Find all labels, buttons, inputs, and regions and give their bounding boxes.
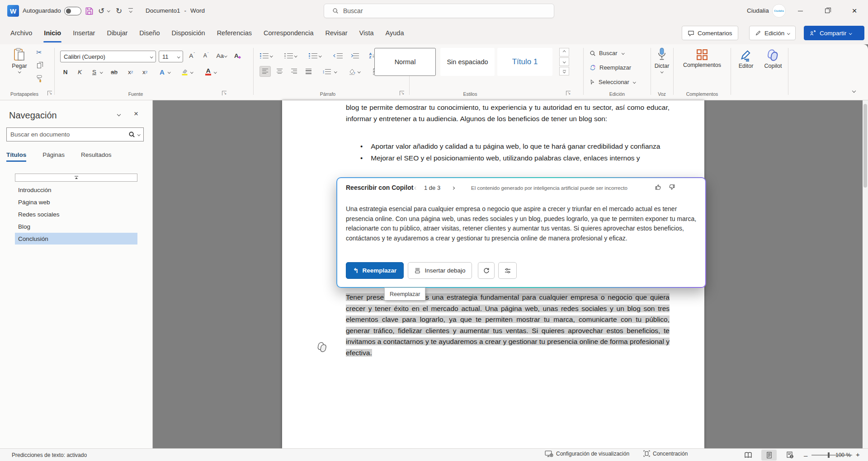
nav-collapse-all[interactable] <box>15 174 137 182</box>
selected-paragraph[interactable]: Tener presencia online es una estrategia… <box>346 292 670 359</box>
nav-search-input[interactable] <box>10 131 128 138</box>
nav-pane-close-icon[interactable]: × <box>134 109 138 118</box>
line-spacing-button[interactable]: ↕ <box>321 66 332 77</box>
regenerate-button[interactable] <box>478 262 495 279</box>
shading-dropdown-icon[interactable] <box>358 70 360 73</box>
styles-dialog-launcher[interactable]: ↘ <box>566 91 571 95</box>
paste-button[interactable]: Pegar <box>7 48 32 73</box>
undo-button[interactable]: ↺ <box>95 5 107 17</box>
tab-insertar[interactable]: Insertar <box>67 22 101 44</box>
style-normal[interactable]: Normal <box>374 48 436 76</box>
tab-vista[interactable]: Vista <box>354 22 380 44</box>
replace-action-button[interactable]: ↰ Reemplazar <box>346 262 404 279</box>
search-bar[interactable] <box>324 4 554 18</box>
align-right-button[interactable] <box>288 66 300 77</box>
font-color-button[interactable]: A <box>203 66 214 77</box>
line-spacing-dropdown-icon[interactable] <box>334 70 337 73</box>
zoom-out-button[interactable]: – <box>804 452 807 459</box>
text-effects-dropdown-icon[interactable] <box>168 71 170 73</box>
editor-button[interactable]: Editor <box>736 49 756 69</box>
clear-formatting-button[interactable]: A◆ <box>232 50 243 61</box>
font-name-select[interactable]: Calibri (Cuerpo) <box>60 51 156 62</box>
format-painter-button[interactable] <box>33 73 45 84</box>
paragraph-dialog-launcher[interactable]: ↘ <box>400 91 404 95</box>
decrease-indent-button[interactable] <box>333 50 344 61</box>
thumbs-up-button[interactable] <box>655 183 662 191</box>
print-layout-button[interactable] <box>761 450 777 461</box>
nav-item-conclusion[interactable]: Conclusión <box>15 233 137 245</box>
zoom-slider-handle[interactable] <box>828 452 830 458</box>
style-titulo-1[interactable]: Título 1 <box>497 48 552 76</box>
bullet-list-dropdown-icon[interactable] <box>270 54 273 57</box>
close-button[interactable]: × <box>844 0 865 22</box>
collapse-ribbon-icon[interactable] <box>852 89 856 93</box>
copilot-button[interactable]: Copilot <box>761 49 785 69</box>
tab-archivo[interactable]: Archivo <box>5 22 38 44</box>
nav-item-redes-sociales[interactable]: Redes sociales <box>15 208 137 220</box>
numbered-list-dropdown-icon[interactable] <box>294 54 297 57</box>
cut-button[interactable]: ✂ <box>33 47 45 58</box>
tab-inicio[interactable]: Inicio <box>38 22 67 44</box>
align-center-button[interactable] <box>274 66 285 77</box>
focus-mode-button[interactable]: Concentración <box>643 450 688 457</box>
style-sin-espaciado[interactable]: Sin espaciado <box>440 48 495 76</box>
change-case-button[interactable]: Aa <box>214 50 229 61</box>
multilevel-list-button[interactable] <box>307 50 319 61</box>
paste-dropdown-icon[interactable] <box>18 70 21 73</box>
italic-button[interactable]: K <box>74 66 85 77</box>
font-size-select[interactable]: 11 <box>159 51 183 62</box>
search-input[interactable] <box>343 7 533 14</box>
bullet-item[interactable]: Mejorar el SEO y el posicionamiento web,… <box>360 153 670 164</box>
addins-button[interactable]: Complementos <box>678 49 726 68</box>
nav-search-dropdown-icon[interactable] <box>137 133 140 136</box>
minimize-button[interactable] <box>790 0 811 22</box>
shading-button[interactable] <box>346 66 358 77</box>
font-color-dropdown-icon[interactable] <box>214 71 217 73</box>
copy-button[interactable] <box>33 60 45 71</box>
bold-button[interactable]: N <box>60 66 71 77</box>
tab-dibujar[interactable]: Dibujar <box>101 22 133 44</box>
clipboard-dialog-launcher[interactable]: ↘ <box>47 91 52 95</box>
nav-item-blog[interactable]: Blog <box>15 221 137 232</box>
tab-correspondencia[interactable]: Correspondencia <box>258 22 319 44</box>
nav-tab-resultados[interactable]: Resultados <box>81 151 112 162</box>
justify-button[interactable] <box>303 66 314 77</box>
bullet-item[interactable]: Aportar valor añadido y calidad a tu pág… <box>360 141 670 152</box>
copilot-margin-icon[interactable] <box>316 342 328 353</box>
styles-gallery-more-button[interactable] <box>559 67 569 75</box>
styles-scroll-up-button[interactable] <box>559 48 569 56</box>
numbered-list-button[interactable] <box>283 50 294 61</box>
bullet-list-button[interactable] <box>259 50 270 61</box>
nav-pane-options-icon[interactable] <box>117 113 121 116</box>
font-dialog-launcher[interactable]: ↘ <box>222 91 226 95</box>
superscript-button[interactable]: x2 <box>139 66 151 77</box>
previous-suggestion-button[interactable] <box>412 184 420 192</box>
align-left-button[interactable] <box>259 66 271 77</box>
grow-font-button[interactable]: Aˆ <box>186 50 198 61</box>
tab-revisar[interactable]: Revisar <box>319 22 353 44</box>
highlight-dropdown-icon[interactable] <box>190 71 193 73</box>
autosave-toggle[interactable] <box>64 7 81 15</box>
multilevel-list-dropdown-icon[interactable] <box>319 54 321 57</box>
quick-access-more-icon[interactable] <box>128 8 133 12</box>
web-layout-button[interactable] <box>782 450 797 461</box>
nav-item-pagina-web[interactable]: Página web <box>15 196 137 208</box>
next-suggestion-button[interactable] <box>449 184 457 192</box>
read-mode-button[interactable] <box>741 450 756 461</box>
nav-item-introduccion[interactable]: Introducción <box>15 184 137 196</box>
nav-tab-titulos[interactable]: Títulos <box>6 151 26 162</box>
select-button[interactable]: Seleccionar <box>590 79 635 85</box>
subscript-button[interactable]: x2 <box>125 66 136 77</box>
comments-button[interactable]: Comentarios <box>682 26 738 40</box>
editing-mode-button[interactable]: Edición <box>749 26 796 40</box>
user-avatar[interactable]: Ciudalia <box>772 4 786 18</box>
underline-button[interactable]: S <box>89 66 100 77</box>
highlight-button[interactable] <box>179 66 190 77</box>
find-button[interactable]: Buscar <box>590 50 624 56</box>
redo-button[interactable]: ↻ <box>113 5 125 17</box>
undo-dropdown-icon[interactable] <box>107 9 110 12</box>
tab-diseno[interactable]: Diseño <box>133 22 165 44</box>
dictate-button[interactable]: Dictar <box>651 47 673 73</box>
tab-disposicion[interactable]: Disposición <box>165 22 211 44</box>
replace-button[interactable]: bc Reemplazar <box>590 64 631 71</box>
